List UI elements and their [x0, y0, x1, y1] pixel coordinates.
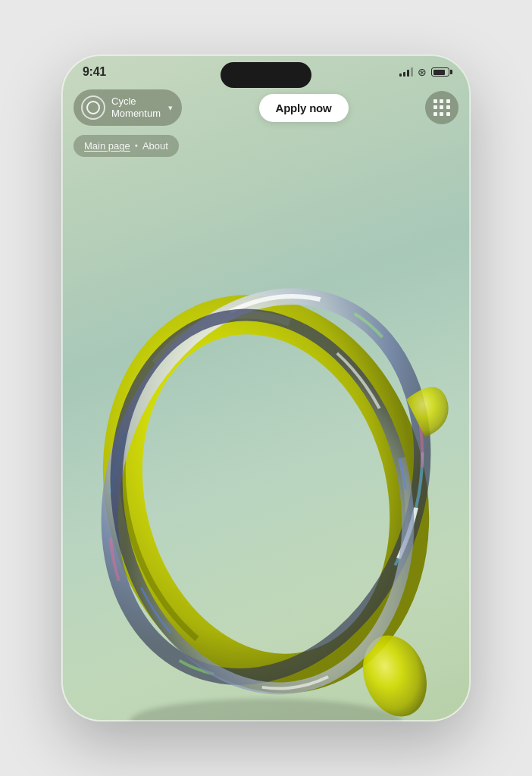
brand-logo: [81, 95, 105, 120]
wifi-icon: ⊛: [418, 66, 427, 78]
grid-menu-button[interactable]: [425, 91, 458, 124]
apply-now-button[interactable]: Apply now: [259, 94, 349, 122]
phone-frame: 9:41 ⊛ Cycle Momentum ▾ App: [61, 55, 471, 721]
hero-ring-visual: [69, 252, 463, 721]
ring-svg: [69, 252, 463, 721]
grid-icon: [433, 99, 451, 117]
status-time: 9:41: [83, 65, 106, 79]
brand-pill[interactable]: Cycle Momentum ▾: [74, 89, 182, 126]
battery-icon: [431, 67, 449, 77]
brand-name-line1: Cycle: [111, 95, 161, 108]
status-icons: ⊛: [399, 66, 449, 78]
breadcrumb-separator: •: [135, 141, 138, 152]
chevron-down-icon: ▾: [168, 103, 173, 113]
breadcrumb-pill: Main page • About: [74, 135, 179, 157]
breadcrumb-main-page[interactable]: Main page: [84, 140, 130, 152]
breadcrumb: Main page • About: [61, 132, 471, 160]
nav-bar: Cycle Momentum ▾ Apply now: [61, 83, 471, 132]
signal-icon: [399, 67, 413, 77]
dynamic-island: [221, 62, 311, 88]
brand-name-line2: Momentum: [111, 108, 161, 120]
svg-point-0: [130, 699, 402, 721]
breadcrumb-about[interactable]: About: [142, 140, 168, 152]
